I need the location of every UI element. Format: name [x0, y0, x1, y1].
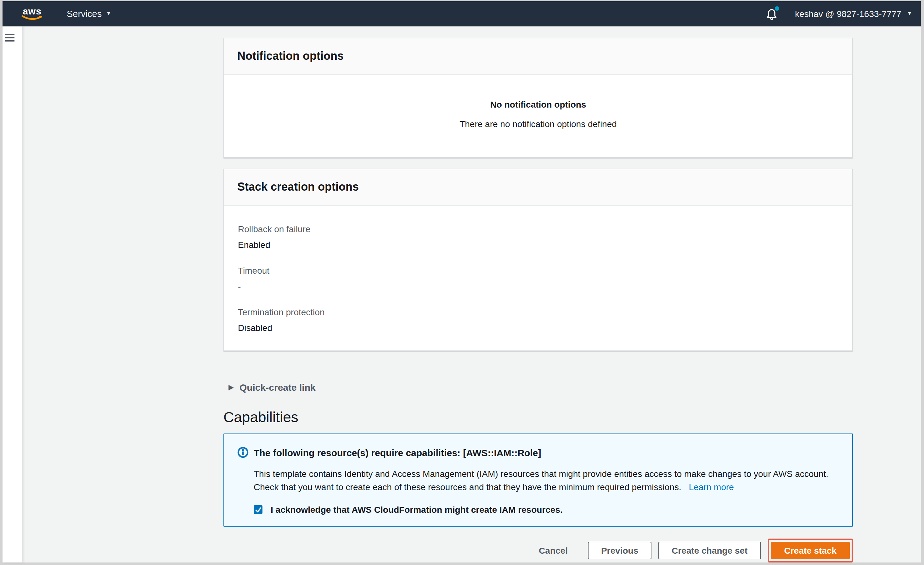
field-value: - — [238, 280, 840, 292]
aws-logo[interactable]: aws — [21, 7, 44, 21]
form-actions: Cancel Previous Create change set Create… — [224, 539, 853, 562]
info-icon — [237, 447, 249, 458]
collapsed-sidebar — [3, 26, 22, 562]
notification-options-panel: Notification options No notification opt… — [224, 38, 853, 158]
services-menu[interactable]: Services ▼ — [67, 9, 111, 19]
notification-options-title: Notification options — [237, 50, 344, 63]
info-title-row: The following resource(s) require capabi… — [237, 447, 840, 459]
capabilities-description-line2-text: Check that you want to create each of th… — [254, 482, 681, 492]
field-termination-protection: Termination protection Disabled — [238, 306, 840, 334]
notifications-button[interactable] — [765, 7, 778, 20]
cancel-button[interactable]: Cancel — [539, 542, 568, 559]
previous-button[interactable]: Previous — [588, 542, 651, 559]
capabilities-description: This template contains Identity and Acce… — [254, 468, 840, 493]
create-stack-highlight-annotation: Create stack — [768, 539, 853, 562]
screen: aws Services ▼ — [0, 0, 924, 565]
field-timeout: Timeout - — [238, 264, 840, 292]
stack-creation-options-header: Stack creation options — [224, 169, 852, 206]
field-label: Termination protection — [238, 306, 840, 318]
field-value: Disabled — [238, 322, 840, 334]
create-stack-button[interactable]: Create stack — [771, 542, 850, 559]
field-label: Timeout — [238, 264, 840, 277]
chevron-down-icon: ▼ — [907, 11, 912, 16]
field-value: Enabled — [238, 238, 840, 251]
account-menu[interactable]: keshav @ 9827-1633-7777 ▼ — [795, 9, 912, 19]
aws-logo-text: aws — [22, 7, 42, 15]
page-body: Notification options No notification opt… — [3, 26, 921, 562]
acknowledge-label: I acknowledge that AWS CloudFormation mi… — [271, 505, 563, 515]
checkbox-check-icon — [255, 506, 261, 513]
notification-options-header: Notification options — [224, 38, 852, 75]
quick-create-link-expander[interactable]: ▶ Quick-create link — [228, 380, 316, 394]
no-notification-options-title: No notification options — [224, 98, 852, 111]
notification-badge — [775, 6, 779, 11]
top-navigation-bar: aws Services ▼ — [3, 1, 921, 26]
capabilities-heading: Capabilities — [224, 408, 921, 427]
stack-creation-options-body: Rollback on failure Enabled Timeout - Te… — [224, 206, 852, 351]
create-change-set-button[interactable]: Create change set — [658, 542, 760, 559]
capabilities-info-title: The following resource(s) require capabi… — [254, 447, 541, 459]
capabilities-description-line1: This template contains Identity and Acce… — [254, 468, 840, 480]
capabilities-info-box: The following resource(s) require capabi… — [224, 433, 853, 527]
field-rollback-on-failure: Rollback on failure Enabled — [238, 223, 840, 251]
aws-smile-icon — [21, 15, 43, 21]
notification-options-body: No notification options There are no not… — [224, 75, 852, 157]
account-menu-label: keshav @ 9827-1633-7777 — [795, 9, 902, 19]
capabilities-description-line2: Check that you want to create each of th… — [254, 480, 840, 493]
learn-more-link[interactable]: Learn more — [689, 482, 734, 492]
disclosure-triangle-icon: ▶ — [228, 384, 234, 390]
window-frame: aws Services ▼ — [0, 0, 924, 565]
acknowledge-checkbox[interactable] — [254, 505, 262, 514]
stack-creation-options-panel: Stack creation options Rollback on failu… — [224, 169, 853, 351]
main-content: Notification options No notification opt… — [22, 26, 921, 562]
topbar-right-group: keshav @ 9827-1633-7777 ▼ — [765, 7, 912, 20]
quick-create-link-label: Quick-create link — [240, 382, 316, 392]
stack-creation-options-title: Stack creation options — [237, 181, 359, 194]
chevron-down-icon: ▼ — [106, 11, 111, 16]
field-label: Rollback on failure — [238, 223, 840, 235]
acknowledge-row: I acknowledge that AWS CloudFormation mi… — [254, 505, 840, 515]
services-menu-label: Services — [67, 9, 102, 19]
hamburger-menu-icon[interactable] — [5, 34, 15, 42]
aws-console-window: aws Services ▼ — [3, 1, 921, 562]
no-notification-options-subtitle: There are no notification options define… — [224, 118, 852, 130]
